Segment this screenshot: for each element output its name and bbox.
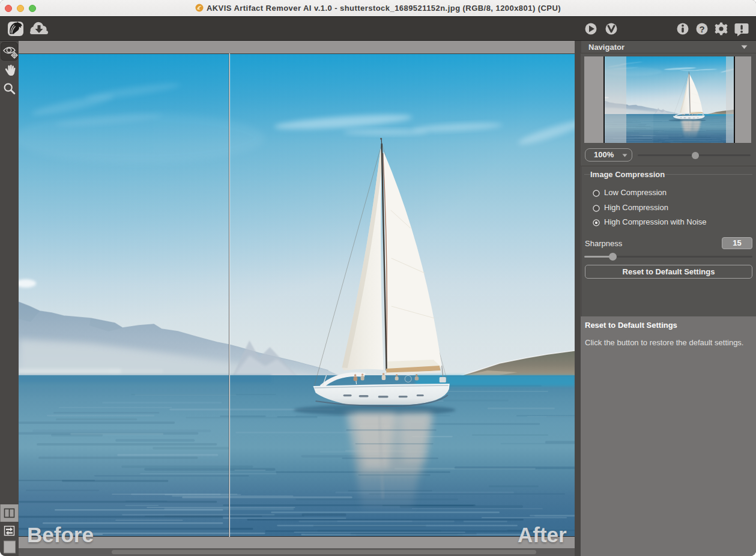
- svg-text:?: ?: [699, 24, 704, 34]
